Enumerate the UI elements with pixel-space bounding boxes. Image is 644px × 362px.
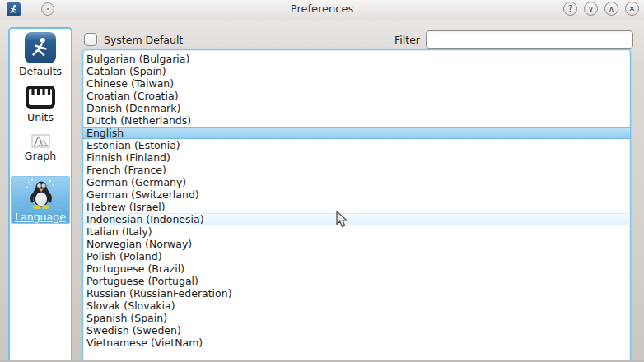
list-item[interactable]: Swedish (Sweden) xyxy=(83,324,630,336)
list-item[interactable]: Dutch (Netherlands) xyxy=(83,114,630,127)
sidebar-item-label: Defaults xyxy=(19,65,62,77)
sidebar-item-graph[interactable]: Graph xyxy=(11,134,70,162)
system-default-checkbox[interactable] xyxy=(84,33,97,46)
sidebar: Defaults Units Graph xyxy=(8,27,72,362)
help-button[interactable]: ? xyxy=(563,2,577,16)
list-item[interactable]: Indonesian (Indonesia) xyxy=(83,213,630,225)
list-item[interactable]: English xyxy=(83,127,630,139)
list-item[interactable]: Hebrew (Israel) xyxy=(83,201,630,213)
list-item[interactable]: Spanish (Spain) xyxy=(83,312,630,324)
list-item[interactable]: Danish (Denmark) xyxy=(83,102,630,114)
list-item[interactable]: Russian (RussianFederation) xyxy=(83,287,630,299)
language-list[interactable]: Bulgarian (Bulgaria)Catalan (Spain)Chine… xyxy=(82,49,631,362)
sidebar-item-label: Units xyxy=(27,111,54,123)
chevron-down-icon: ∨ xyxy=(588,5,594,13)
list-item[interactable]: French (France) xyxy=(83,164,630,176)
list-item[interactable]: Slovak (Slovakia) xyxy=(83,299,630,312)
list-item[interactable]: Italian (Italy) xyxy=(83,225,630,238)
window-title: Preferences xyxy=(0,2,644,15)
list-item[interactable]: German (Switzerland) xyxy=(83,188,630,201)
close-icon: ✕ xyxy=(628,5,635,13)
list-item[interactable]: Estonian (Estonia) xyxy=(83,139,630,151)
unshade-button[interactable]: ∧ xyxy=(604,2,618,16)
filter-input[interactable] xyxy=(426,30,633,49)
list-item[interactable]: Chinese (Taiwan) xyxy=(83,77,630,90)
list-item[interactable]: Norwegian (Norway) xyxy=(83,238,630,250)
list-item[interactable]: Polish (Poland) xyxy=(83,250,630,262)
list-item[interactable]: Bulgarian (Bulgaria) xyxy=(83,53,630,65)
filter-label: Filter xyxy=(394,34,420,46)
sidebar-item-language[interactable]: Language xyxy=(11,176,70,224)
skier-icon xyxy=(25,32,56,63)
titlebar[interactable]: Preferences ? ∨ ∧ ✕ xyxy=(0,0,644,20)
list-item[interactable]: Catalan (Spain) xyxy=(83,65,630,77)
close-button[interactable]: ✕ xyxy=(625,2,639,16)
sidebar-item-units[interactable]: Units xyxy=(11,85,70,123)
filter-row: Filter xyxy=(394,30,633,49)
list-item[interactable]: Finnish (Finland) xyxy=(83,151,630,164)
preferences-dialog: Preferences ? ∨ ∧ ✕ Defaults xyxy=(0,0,644,362)
penguin-icon xyxy=(25,178,56,211)
chevron-up-icon: ∧ xyxy=(609,5,614,13)
sidebar-item-defaults[interactable]: Defaults xyxy=(11,32,70,77)
list-item[interactable]: Portuguese (Portugal) xyxy=(83,275,630,287)
system-default-label: System Default xyxy=(104,34,183,46)
list-item[interactable]: German (Germany) xyxy=(83,176,630,188)
sidebar-item-label: Graph xyxy=(25,150,56,162)
graph-icon xyxy=(31,134,50,148)
list-item[interactable]: Croatian (Croatia) xyxy=(83,90,630,102)
system-default-row: System Default xyxy=(84,33,183,46)
list-item[interactable]: Portuguese (Brazil) xyxy=(83,262,630,275)
ruler-icon xyxy=(25,85,56,109)
question-icon: ? xyxy=(568,5,572,13)
window-buttons: ? ∨ ∧ ✕ xyxy=(563,2,639,16)
list-item[interactable]: Vietnamese (VietNam) xyxy=(83,336,630,349)
shade-button[interactable]: ∨ xyxy=(584,2,598,16)
sidebar-item-label: Language xyxy=(15,211,66,223)
